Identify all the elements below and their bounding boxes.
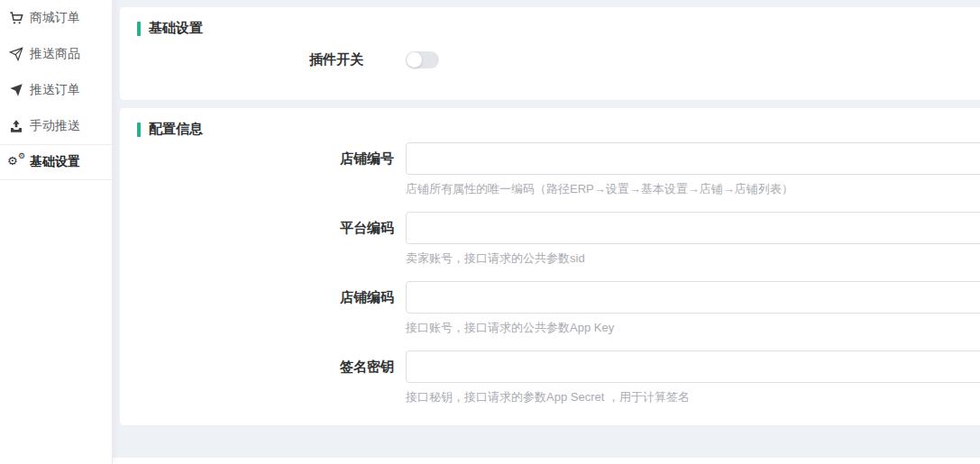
plugin-switch-toggle[interactable] (406, 51, 439, 68)
shop-code-hint: 接口账号，接口请求的公共参数App Key (406, 321, 980, 335)
sidebar-item-manual-push[interactable]: 手动推送 (0, 108, 112, 144)
footer-strip (113, 458, 980, 464)
section-accent-bar (137, 123, 141, 137)
shop-number-hint: 店铺所有属性的唯一编码（路径ERP→设置→基本设置→店铺→店铺列表） (406, 182, 980, 196)
plugin-switch-row: 插件开关 (137, 51, 980, 68)
section-title-text: 基础设置 (149, 20, 203, 37)
form-row-platform-code: 平台编码 卖家账号，接口请求的公共参数sid (137, 212, 980, 266)
sidebar-item-label: 手动推送 (30, 118, 80, 134)
sign-secret-input[interactable] (406, 350, 980, 383)
sidebar: 商城订单 推送商品 推送订单 (0, 0, 113, 464)
sidebar-item-push-orders[interactable]: 推送订单 (0, 72, 112, 108)
sidebar-item-label: 商城订单 (30, 10, 80, 26)
main-content: 基础设置 插件开关 配置信息 店铺编号 店铺所有属性的唯一编码 (113, 0, 980, 464)
upload-icon (8, 119, 23, 134)
cart-icon (8, 11, 23, 26)
paper-plane-outline-icon (8, 47, 23, 62)
shop-code-label: 店铺编码 (137, 281, 394, 335)
shop-number-input[interactable] (406, 142, 980, 175)
toggle-knob (407, 52, 422, 68)
shop-code-input[interactable] (406, 281, 980, 314)
form-row-shop-code: 店铺编码 接口账号，接口请求的公共参数App Key (137, 281, 980, 335)
sidebar-item-push-products[interactable]: 推送商品 (0, 36, 112, 72)
form-row-sign-secret: 签名密钥 接口秘钥，接口请求的参数App Secret ，用于计算签名 (137, 350, 980, 405)
sidebar-item-label: 推送商品 (30, 46, 80, 62)
sidebar-item-mall-orders[interactable]: 商城订单 (0, 0, 112, 36)
shop-number-label: 店铺编号 (137, 142, 394, 196)
basic-settings-title: 基础设置 (137, 20, 980, 37)
sign-secret-hint: 接口秘钥，接口请求的参数App Secret ，用于计算签名 (406, 390, 980, 405)
section-accent-bar (137, 22, 141, 36)
form-row-shop-number: 店铺编号 店铺所有属性的唯一编码（路径ERP→设置→基本设置→店铺→店铺列表） (137, 142, 980, 196)
basic-settings-card: 基础设置 插件开关 (120, 7, 980, 100)
config-info-card: 配置信息 店铺编号 店铺所有属性的唯一编码（路径ERP→设置→基本设置→店铺→店… (120, 108, 980, 425)
section-title-text: 配置信息 (149, 121, 203, 138)
gears-icon: ⚙⚙ (8, 155, 23, 170)
sign-secret-label: 签名密钥 (137, 350, 394, 405)
config-info-title: 配置信息 (137, 121, 980, 138)
platform-code-hint: 卖家账号，接口请求的公共参数sid (406, 251, 980, 266)
config-form: 店铺编号 店铺所有属性的唯一编码（路径ERP→设置→基本设置→店铺→店铺列表） … (137, 142, 980, 405)
sidebar-item-label: 基础设置 (30, 154, 80, 170)
paper-plane-icon (8, 83, 23, 98)
app-window: 商城订单 推送商品 推送订单 (0, 0, 980, 464)
platform-code-input[interactable] (406, 212, 980, 244)
platform-code-label: 平台编码 (137, 212, 394, 266)
plugin-switch-label: 插件开关 (137, 51, 363, 68)
sidebar-item-basic-settings[interactable]: ⚙⚙ 基础设置 (0, 144, 112, 180)
sidebar-item-label: 推送订单 (30, 82, 80, 98)
background-spacer (120, 425, 980, 458)
